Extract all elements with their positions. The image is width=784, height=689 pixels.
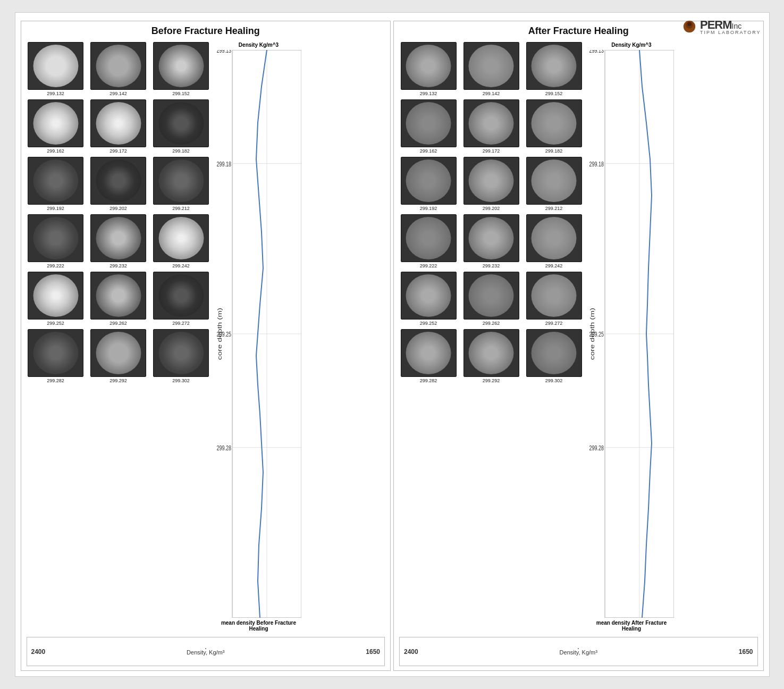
core-image-box [401,99,457,147]
core-cell: 299.262 [89,272,148,326]
core-image-box [401,329,457,377]
before-colorbar-label: Density, Kg/m³ [187,649,224,656]
core-depth-label: 299.142 [483,91,500,96]
core-circle [96,217,141,259]
svg-text:299.13: 299.13 [216,50,231,54]
core-cell: 299.282 [399,329,458,383]
before-chart-title: Density Kg/m^3 [239,42,279,48]
core-circle [532,217,577,259]
core-circle [158,274,204,317]
core-depth-label: 299.162 [420,148,437,154]
core-circle [532,274,577,317]
core-depth-label: 299.142 [109,91,127,96]
core-image-box [463,99,519,147]
core-circle [469,332,514,374]
before-content: 299.132299.142299.152299.162299.172299.1… [27,42,385,632]
core-image-box [153,329,209,377]
core-circle [158,159,204,202]
core-circle [469,159,514,202]
core-cell: 299.232 [462,214,520,268]
core-cell: 299.182 [525,99,583,154]
core-cell: 299.232 [89,214,148,268]
core-circle [406,102,451,145]
svg-text:core depth (m): core depth (m) [216,308,223,360]
core-image-box [401,42,457,90]
core-image-box [463,329,519,377]
core-cell: 299.302 [152,329,210,383]
core-circle [96,102,141,145]
core-cell: 299.222 [27,214,85,268]
svg-text:299.28: 299.28 [216,444,231,452]
core-cell: 299.152 [525,42,583,96]
core-circle [532,159,577,202]
core-depth-label: 299.292 [483,378,500,383]
core-image-box [463,214,519,262]
svg-text:299.18: 299.18 [216,161,231,168]
core-depth-label: 299.272 [172,321,190,326]
core-cell: 299.272 [525,272,583,326]
core-image-box [526,42,582,90]
core-circle [406,159,451,202]
core-image-box [526,99,582,147]
core-depth-label: 299.272 [545,321,563,326]
core-depth-label: 299.222 [47,263,64,268]
main-container: PERMInc TIPM LABORATORY Before Fracture … [15,12,770,677]
core-image-box [90,272,146,320]
core-cell: 299.162 [27,99,85,154]
core-depth-label: 299.292 [109,378,127,383]
core-image-box [401,157,457,205]
core-cell: 299.282 [27,329,85,383]
core-depth-label: 299.242 [545,263,563,268]
core-image-box [90,99,146,147]
core-cell: 299.152 [152,42,210,96]
core-circle [158,217,204,259]
core-depth-label: 299.262 [483,321,500,326]
core-depth-label: 299.132 [420,91,437,96]
core-depth-label: 299.132 [47,91,64,96]
core-cell: 299.192 [27,157,85,211]
core-circle [33,102,78,145]
core-cell: 299.262 [462,272,520,326]
core-cell: 299.242 [152,214,210,268]
core-depth-label: 299.182 [172,148,190,154]
before-title: Before Fracture Healing [27,26,385,37]
core-cell: 299.162 [399,99,458,154]
core-cell: 299.212 [525,157,583,211]
core-circle [158,45,204,87]
core-image-box [90,214,146,262]
core-depth-label: 299.222 [420,263,437,268]
core-image-box [401,214,457,262]
core-depth-label: 299.172 [483,148,500,154]
core-cell: 299.172 [462,99,520,154]
core-depth-label: 299.252 [47,321,64,326]
core-image-box [153,42,209,90]
core-circle [96,159,141,202]
svg-text:299.28: 299.28 [589,444,604,452]
before-images-grid: 299.132299.142299.152299.162299.172299.1… [27,42,210,632]
core-circle [33,274,78,317]
before-chart-area: Density Kg/m^3 [214,42,304,632]
core-circle [96,332,141,374]
after-colorbar-label: Density, Kg/m³ [560,649,597,656]
core-depth-label: 299.282 [420,378,437,383]
after-panel: After Fracture Healing 299.132299.142299… [393,21,764,671]
after-colorbar: 2400 Density, Kg/m³ 1650 [399,637,758,666]
core-depth-label: 299.242 [172,263,190,268]
after-chart-svg: 1,800 2,000 2,200 299.13 299.18 299.25 2… [589,50,674,618]
before-colorbar-right: 1650 [366,648,380,656]
svg-text:299.13: 299.13 [589,50,604,54]
core-image-box [526,329,582,377]
core-circle [406,274,451,317]
before-colorbar: 2400 Density, Kg/m³ 1650 [27,637,385,666]
core-depth-label: 299.202 [483,206,500,211]
core-image-box [526,214,582,262]
core-image-box [153,272,209,320]
core-circle [469,217,514,259]
core-circle [532,45,577,87]
after-chart-wrapper: 1,800 2,000 2,200 299.13 299.18 299.25 2… [589,50,674,618]
before-chart-svg: 1,800 2,000 2,200 299.13 299.18 299.25 2… [216,50,301,618]
core-image-box [28,99,83,147]
core-image-box [90,42,146,90]
core-circle [33,217,78,259]
after-colorbar-left: 2400 [404,648,418,656]
